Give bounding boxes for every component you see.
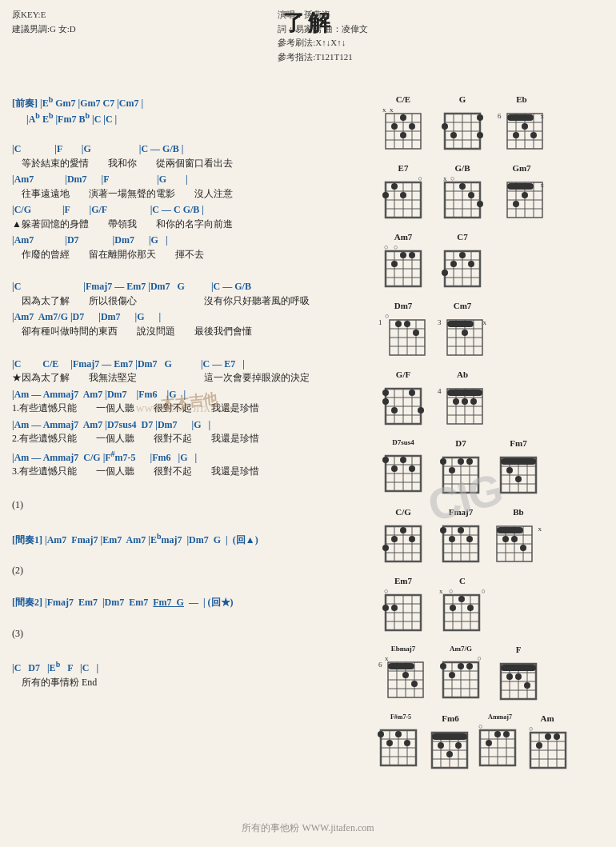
svg-point-32 [530,132,537,138]
svg-point-273 [486,740,492,746]
chord-line-13: [間奏1] |Am7 Fmaj7 |Em7 Am7 |Ebmaj7 |Dm7 G… [12,531,368,547]
svg-point-93 [413,330,419,336]
svg-point-110 [382,390,389,396]
svg-point-282 [554,733,560,740]
lyric-line-11: 所有的事情粉 End [12,675,368,690]
svg-point-271 [494,731,501,737]
chord-diagram-cm7: Cm7 3 x [435,301,490,362]
svg-point-283 [536,742,542,749]
chord-line-3: |C |F |G |C — G/B | [12,142,368,156]
svg-point-227 [440,663,446,669]
svg-point-19 [450,132,457,138]
svg-point-168 [391,536,398,542]
chord-line-15: |C D7 |Eb F |C | [12,659,368,675]
chord-diagram-d7sus4: D7sus4 [376,438,430,497]
svg-point-147 [466,458,473,465]
chord-diagram-bb: Bb x [491,507,546,568]
chord-line-12: |Am — Ammaj7 C/G |F#m7-5 |Fm6 |G | [12,449,368,465]
chord-line-4: |Am7 |Dm7 |F |G | [12,173,368,186]
svg-point-52 [477,201,483,207]
svg-point-251 [386,740,393,746]
chord-line-7: |C |Fmaj7 — Em7 |Dm7 G |C — G/B [12,280,368,294]
svg-point-135 [391,465,398,472]
svg-point-80 [459,252,466,258]
chord-diagram-cg: C/G [376,507,430,568]
key-label: 原KEY:E [12,8,76,22]
svg-point-123 [453,398,459,405]
svg-point-133 [382,457,389,463]
chord-diagram-dm7: Dm7 1 ○ [376,301,430,362]
svg-point-230 [449,672,455,678]
svg-point-9 [409,123,415,130]
chord-diagram-ebmaj7: Ebmaj7 6 x [376,645,430,704]
chord-diagram-c7: C7 [435,232,490,293]
svg-point-145 [458,458,464,465]
chord-diagram-fshm7-5: F#m7-5 [376,713,426,772]
lyric-line-10: 3.有些遺憾只能 一個人聽 很對不起 我還是珍惜 [12,464,368,479]
svg-point-156 [506,467,513,473]
svg-point-188 [502,536,509,542]
svg-point-198 [382,605,389,611]
svg-point-189 [511,536,518,542]
svg-point-81 [450,261,457,267]
chord-diagram-c: C x ○ ○ [435,576,490,637]
svg-rect-101 [447,321,474,327]
lyrics-section: [前奏] |Eb Gm7 |Gm7 C7 |Cm7 | |Ab Eb |Fm7 … [12,94,368,782]
lyric-line-3: ▲躲著回憶的身體 帶領我 和你的名字向前進 [12,217,368,232]
svg-point-7 [400,114,406,121]
svg-point-146 [449,467,455,473]
chord-diagram-gm7: Gm7 x [494,163,549,224]
svg-point-144 [440,458,446,465]
svg-point-61 [522,192,528,198]
chord-line-10: |Am — Ammaj7 Am7 |Dm7 |Fm6 |G | [12,388,368,402]
svg-point-229 [466,663,473,669]
svg-point-165 [382,545,389,551]
lyricist-label: 詞：易家陽 曲：凌偉文 [278,22,368,37]
svg-point-71 [409,252,415,258]
svg-point-272 [503,731,510,737]
chords-section: C/E x x [368,94,604,782]
chord-diagram-am: Am ○ [526,713,568,774]
svg-point-281 [545,733,551,740]
svg-point-199 [391,605,398,611]
svg-point-82 [468,261,474,267]
svg-point-83 [442,270,448,276]
lyric-section-3: (3) [12,626,368,641]
chord-diagram-ab: Ab 4 [435,370,490,430]
svg-point-207 [458,596,465,602]
lyric-section-1: (1) [12,497,368,513]
svg-rect-29 [507,114,534,121]
svg-point-134 [400,457,406,463]
main-content: [前奏] |Eb Gm7 |Gm7 C7 |Cm7 | |Ab Eb |Fm7 … [12,94,604,782]
lyric-line-5: 因為太了解 所以很傷心 沒有你只好聽著風的呼吸 [12,294,368,309]
svg-rect-238 [501,665,536,671]
lyric-line-8: 1.有些遺憾只能 一個人聽 很對不起 我還是珍惜 [12,401,368,416]
svg-point-190 [520,545,526,551]
svg-point-249 [378,731,384,737]
chord-line-14: [間奏2] |Fmaj7 Em7 |Dm7 Em7 Fm7 G — | (回★) [12,596,368,609]
svg-point-62 [513,201,519,207]
lyric-line-1: 等於結束的愛情 我和你 從兩個窗口看出去 [12,156,368,171]
svg-point-30 [522,123,528,130]
svg-rect-60 [507,183,534,190]
chord-diagram-am7g: Am7/G ○ [434,645,488,704]
svg-point-21 [477,132,483,138]
svg-point-167 [409,536,415,542]
svg-rect-187 [497,527,523,533]
svg-point-208 [450,605,456,611]
svg-point-70 [400,252,406,258]
svg-point-113 [409,390,415,396]
chord-diagram-g: G [435,94,490,155]
lyric-line-4: 作廢的曾經 留在離開你那天 揮不去 [12,247,368,262]
chord-line-8: |Am7 Am7/G |D7 |Dm7 |G | [12,310,368,324]
svg-rect-122 [447,390,482,396]
svg-point-42 [400,192,406,198]
svg-point-10 [400,132,406,138]
svg-point-209 [467,605,474,611]
svg-point-240 [515,673,522,680]
svg-point-92 [404,321,410,327]
svg-point-177 [458,527,464,533]
svg-point-112 [391,407,398,414]
lyric-line-2: 往事遠遠地 演著一場無聲的電影 沒人注意 [12,186,368,202]
lyric-line-7: ★因為太了解 我無法堅定 這一次會要掉眼淚的決定 [12,370,368,386]
